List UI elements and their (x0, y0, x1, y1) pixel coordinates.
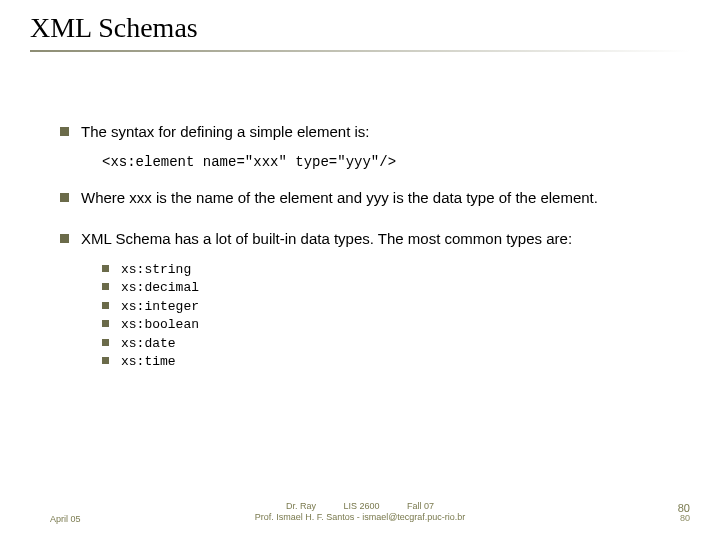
square-bullet-icon (60, 193, 69, 202)
square-bullet-icon (102, 320, 109, 327)
slide-title: XML Schemas (30, 12, 690, 44)
list-item: xs:decimal (102, 279, 680, 297)
datatype-text: xs:integer (121, 298, 199, 316)
list-item: xs:time (102, 353, 680, 371)
datatype-text: xs:date (121, 335, 176, 353)
square-bullet-icon (102, 265, 109, 272)
datatype-text: xs:boolean (121, 316, 199, 334)
spacer (60, 219, 680, 229)
content-area: The syntax for defining a simple element… (30, 122, 690, 371)
page-number-secondary: 80 (678, 514, 690, 524)
datatype-text: xs:string (121, 261, 191, 279)
square-bullet-icon (60, 234, 69, 243)
footer-course-line: Dr. Ray LIS 2600 Fall 07 (0, 501, 720, 513)
square-bullet-icon (60, 127, 69, 136)
bullet-3: XML Schema has a lot of built-in data ty… (60, 229, 680, 249)
code-example: <xs:element name="xxx" type="yyy"/> (102, 154, 680, 170)
title-divider (30, 50, 690, 52)
list-item: xs:integer (102, 298, 680, 316)
list-item: xs:date (102, 335, 680, 353)
footer-page: 80 80 (678, 502, 690, 524)
list-item: xs:string (102, 261, 680, 279)
square-bullet-icon (102, 302, 109, 309)
bullet-2: Where xxx is the name of the element and… (60, 188, 680, 208)
list-item: xs:boolean (102, 316, 680, 334)
bullet-1-text: The syntax for defining a simple element… (81, 122, 369, 142)
datatype-text: xs:time (121, 353, 176, 371)
slide: XML Schemas The syntax for defining a si… (0, 0, 720, 540)
square-bullet-icon (102, 357, 109, 364)
datatype-text: xs:decimal (121, 279, 199, 297)
square-bullet-icon (102, 283, 109, 290)
bullet-1: The syntax for defining a simple element… (60, 122, 680, 142)
datatype-list: xs:string xs:decimal xs:integer xs:boole… (102, 261, 680, 371)
square-bullet-icon (102, 339, 109, 346)
footer-center: Dr. Ray LIS 2600 Fall 07 Prof. Ismael H.… (0, 501, 720, 524)
footer-author-line: Prof. Ismael H. F. Santos - ismael@tecgr… (0, 512, 720, 524)
bullet-3-text: XML Schema has a lot of built-in data ty… (81, 229, 572, 249)
bullet-2-text: Where xxx is the name of the element and… (81, 188, 598, 208)
